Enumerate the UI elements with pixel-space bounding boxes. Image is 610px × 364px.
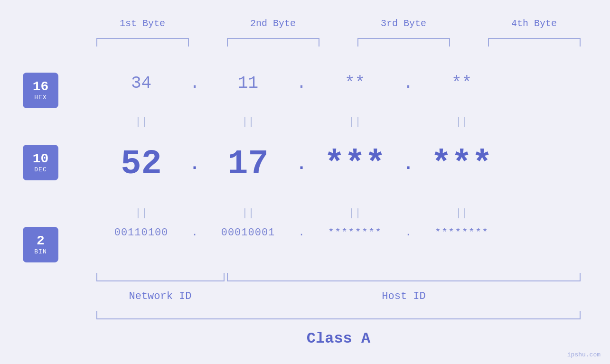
hex-badge: 16 HEX <box>23 73 58 108</box>
hex-val-4: ** <box>415 74 508 93</box>
hex-val-2: 11 <box>202 74 294 93</box>
bin-row: 00110100 . 00010001 . ******** . *******… <box>95 227 508 239</box>
dec-val-4: *** <box>415 145 508 184</box>
class-a-label: Class A <box>96 330 581 347</box>
bin-dot-2: . <box>294 227 309 239</box>
watermark: ipshu.com <box>567 351 601 358</box>
top-bracket-col2 <box>227 38 319 47</box>
bin-dot-1: . <box>188 227 202 239</box>
eq-row-dec-bin: || || || || <box>95 207 508 219</box>
hex-dot-1: . <box>188 74 202 93</box>
bin-val-4: ******** <box>415 227 508 239</box>
eq-dec-3: || <box>309 207 401 219</box>
bin-badge-number: 2 <box>37 234 45 249</box>
network-id-bracket <box>96 273 225 281</box>
bin-val-3: ******** <box>309 227 401 239</box>
bin-val-2: 00010001 <box>202 227 294 239</box>
eq-hex-2: || <box>202 116 294 128</box>
hex-val-1: 34 <box>95 74 188 93</box>
eq-dec-4: || <box>415 207 508 219</box>
dec-val-1: 52 <box>95 145 188 184</box>
dec-val-2: 17 <box>202 145 294 184</box>
main-container: 1st Byte 2nd Byte 3rd Byte 4th Byte 16 H… <box>0 0 610 364</box>
hex-row: 34 . 11 . ** . ** <box>95 74 508 93</box>
eq-hex-3: || <box>309 116 401 128</box>
bin-dot-3: . <box>401 227 415 239</box>
dec-dot-2: . <box>294 155 309 174</box>
bin-badge: 2 BIN <box>23 227 58 262</box>
eq-dec-2: || <box>202 207 294 219</box>
col1-header: 1st Byte <box>95 18 190 29</box>
dec-badge-label: DEC <box>34 166 47 173</box>
dec-badge: 10 DEC <box>23 145 58 180</box>
bin-val-1: 00110100 <box>95 227 188 239</box>
top-bracket-col3 <box>357 38 450 47</box>
top-bracket-col4 <box>488 38 581 47</box>
eq-hex-4: || <box>415 116 508 128</box>
col2-header: 2nd Byte <box>225 18 320 29</box>
hex-dot-3: . <box>401 74 415 93</box>
dec-badge-number: 10 <box>33 152 49 167</box>
network-id-label: Network ID <box>95 290 225 302</box>
col3-header: 3rd Byte <box>356 18 451 29</box>
host-id-bracket <box>227 273 581 281</box>
dec-dot-3: . <box>401 155 415 174</box>
eq-row-hex-dec: || || || || <box>95 116 508 128</box>
dec-row: 52 . 17 . *** . *** <box>95 145 508 184</box>
eq-hex-1: || <box>95 116 188 128</box>
bin-badge-label: BIN <box>34 248 47 255</box>
hex-badge-label: HEX <box>34 94 47 101</box>
hex-dot-2: . <box>294 74 309 93</box>
hex-val-3: ** <box>309 74 401 93</box>
dec-dot-1: . <box>188 155 202 174</box>
host-id-label: Host ID <box>227 290 581 302</box>
class-a-bracket <box>96 311 581 319</box>
eq-dec-1: || <box>95 207 188 219</box>
top-bracket-col1 <box>96 38 189 47</box>
hex-badge-number: 16 <box>33 80 49 94</box>
col4-header: 4th Byte <box>487 18 582 29</box>
dec-val-3: *** <box>309 145 401 184</box>
